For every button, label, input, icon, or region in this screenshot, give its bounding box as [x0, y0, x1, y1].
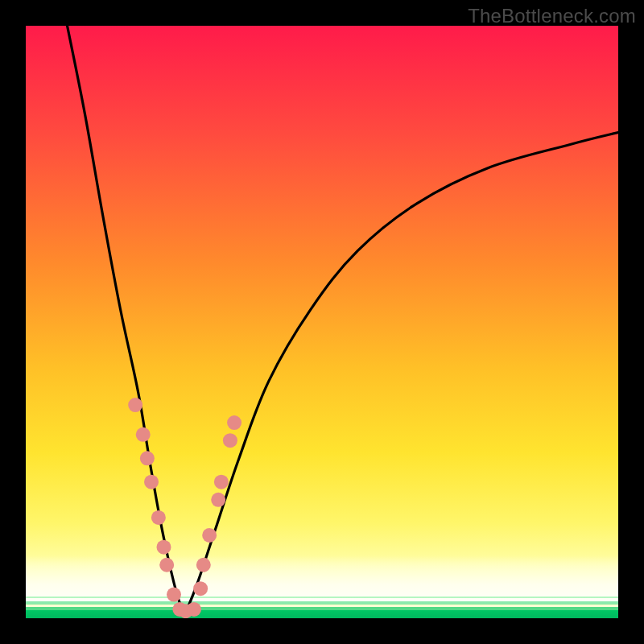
data-point [156, 540, 171, 555]
curve-layer [26, 26, 618, 618]
data-point [167, 588, 181, 602]
left-curve [68, 26, 184, 613]
plot-area [26, 26, 618, 618]
data-point [151, 510, 166, 525]
data-point [202, 528, 217, 543]
data-point [227, 415, 242, 430]
data-point [159, 558, 174, 572]
chart-frame: TheBottleneck.com [0, 0, 644, 644]
data-point [196, 558, 211, 572]
data-point [187, 602, 201, 617]
data-point [214, 475, 229, 489]
data-points [128, 398, 242, 618]
data-point [211, 493, 225, 507]
data-point [128, 398, 142, 412]
data-point [193, 581, 208, 596]
watermark-text: TheBottleneck.com [468, 5, 636, 27]
data-point [140, 451, 155, 465]
data-point [144, 475, 159, 489]
right-curve [186, 132, 618, 612]
data-point [136, 427, 151, 442]
data-point [223, 433, 237, 448]
